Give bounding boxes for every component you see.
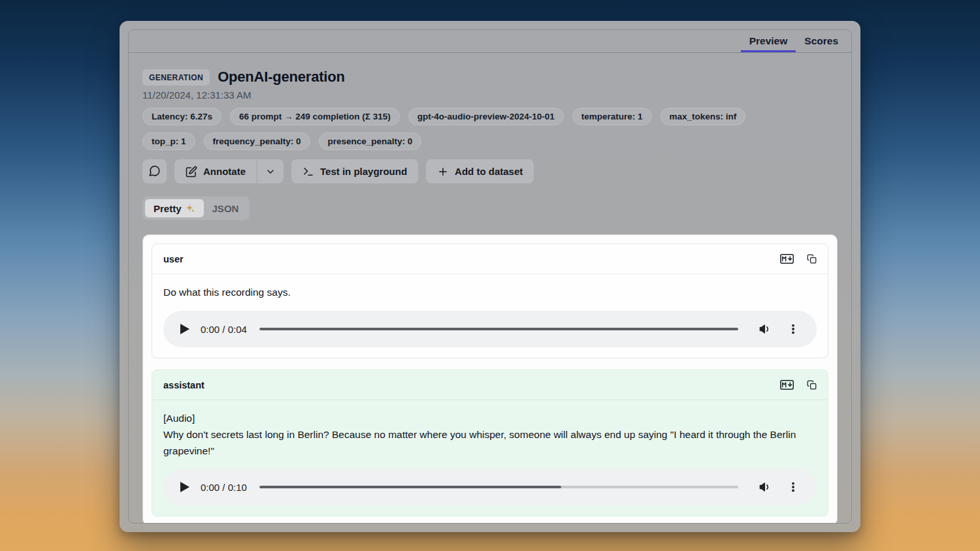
message-header-actions xyxy=(780,380,817,390)
model-badge[interactable]: gpt-4o-audio-preview-2024-10-01 xyxy=(408,108,564,125)
annotate-dropdown-button[interactable] xyxy=(257,159,284,183)
copy-icon xyxy=(807,380,817,390)
annotate-split-button: Annotate xyxy=(174,159,284,183)
volume-button[interactable] xyxy=(759,323,772,336)
page-title: OpenAI-generation xyxy=(218,69,345,86)
plus-icon xyxy=(437,166,449,178)
copy-icon xyxy=(807,254,817,264)
tabs-bar: Preview Scores xyxy=(129,30,851,53)
observation-peek-window: Preview Scores GENERATION OpenAI-generat… xyxy=(120,21,860,532)
kebab-menu-icon xyxy=(787,323,799,335)
audio-loaded-bar xyxy=(259,328,738,330)
audio-seek-bar[interactable] xyxy=(259,328,738,330)
test-in-playground-button[interactable]: Test in playground xyxy=(291,159,418,183)
speaker-icon xyxy=(759,480,772,494)
speech-bubble-icon xyxy=(148,165,161,178)
audio-menu-button[interactable] xyxy=(787,323,799,335)
play-icon xyxy=(180,482,189,492)
test-in-playground-label: Test in playground xyxy=(320,166,407,177)
temperature-badge[interactable]: temperature: 1 xyxy=(572,108,652,125)
toggle-json[interactable]: JSON xyxy=(204,199,248,217)
presence-penalty-badge[interactable]: presence_penalty: 0 xyxy=(319,133,422,150)
copy-button[interactable] xyxy=(807,380,817,390)
tab-scores[interactable]: Scores xyxy=(796,30,847,52)
sparkles-icon xyxy=(186,204,195,213)
detail-panel: Preview Scores GENERATION OpenAI-generat… xyxy=(128,29,852,524)
pretty-json-toggle: Pretty JSON xyxy=(142,197,250,220)
metadata-badges-row-2: top_p: 1 frequency_penalty: 0 presence_p… xyxy=(142,133,838,150)
token-usage-badge[interactable]: 66 prompt → 249 completion (Σ 315) xyxy=(230,108,400,125)
top-p-badge[interactable]: top_p: 1 xyxy=(142,133,195,150)
assistant-message-header: assistant xyxy=(152,370,828,400)
play-icon xyxy=(180,324,189,334)
play-button[interactable] xyxy=(180,482,189,492)
add-to-dataset-label: Add to dataset xyxy=(455,166,523,177)
audio-player: 0:00 / 0:04 xyxy=(163,311,817,347)
toggle-pretty[interactable]: Pretty xyxy=(145,199,204,217)
terminal-icon xyxy=(302,166,314,178)
markdown-icon xyxy=(780,254,794,264)
user-message-header: user xyxy=(152,244,828,274)
tab-preview-label: Preview xyxy=(749,35,788,47)
audio-time-display: 0:00 / 0:04 xyxy=(201,324,247,335)
assistant-message-card: assistant xyxy=(152,370,828,516)
frequency-penalty-badge[interactable]: frequency_penalty: 0 xyxy=(204,133,310,150)
message-header-actions xyxy=(780,254,817,264)
speaker-icon xyxy=(759,323,772,336)
observation-content: GENERATION OpenAI-generation 11/20/2024,… xyxy=(129,69,851,524)
metadata-badges-row-1: Latency: 6.27s 66 prompt → 249 completio… xyxy=(142,108,838,125)
play-button[interactable] xyxy=(180,324,189,334)
tab-preview[interactable]: Preview xyxy=(741,30,796,52)
markdown-toggle-button[interactable] xyxy=(780,254,794,264)
view-toggle-row: Pretty JSON xyxy=(142,197,838,220)
markdown-icon xyxy=(780,380,794,390)
actions-row: Annotate Test in playground xyxy=(142,159,838,183)
pretty-label: Pretty xyxy=(154,203,182,214)
max-tokens-badge[interactable]: max_tokens: inf xyxy=(661,108,746,125)
chevron-down-icon xyxy=(265,166,276,177)
user-message-card: user xyxy=(152,244,828,358)
role-label: user xyxy=(163,254,184,264)
tab-scores-label: Scores xyxy=(804,35,838,47)
audio-seek-bar[interactable] xyxy=(259,486,738,488)
comment-button[interactable] xyxy=(142,159,167,183)
pencil-square-icon xyxy=(186,166,197,178)
role-label: assistant xyxy=(163,380,204,390)
audio-loaded-bar xyxy=(259,486,561,488)
user-message-body: Do what this recording says. 0:00 / 0:04 xyxy=(152,274,828,358)
markdown-toggle-button[interactable] xyxy=(780,380,794,390)
add-to-dataset-button[interactable]: Add to dataset xyxy=(426,159,534,183)
assistant-message-body: [Audio] Why don't secrets last long in B… xyxy=(152,400,828,516)
audio-menu-button[interactable] xyxy=(787,481,799,493)
timestamp: 11/20/2024, 12:31:33 AM xyxy=(142,89,838,101)
copy-button[interactable] xyxy=(807,254,817,264)
annotate-button[interactable]: Annotate xyxy=(174,159,257,183)
audio-time-display: 0:00 / 0:10 xyxy=(201,482,247,493)
json-label: JSON xyxy=(212,203,239,214)
annotate-label: Annotate xyxy=(203,166,246,177)
title-row: GENERATION OpenAI-generation xyxy=(142,69,838,86)
audio-tag: [Audio] xyxy=(163,410,817,426)
kebab-menu-icon xyxy=(787,481,799,493)
desktop-background: { "tabs": { "preview": "Preview", "score… xyxy=(0,0,980,551)
assistant-message-text: Why don't secrets last long in Berlin? B… xyxy=(163,426,817,459)
observation-type-badge: GENERATION xyxy=(142,69,210,86)
audio-player: 0:00 / 0:10 xyxy=(163,469,817,505)
active-tab-underline xyxy=(741,50,796,52)
user-message-text: Do what this recording says. xyxy=(163,284,817,300)
volume-button[interactable] xyxy=(759,480,772,494)
latency-badge[interactable]: Latency: 6.27s xyxy=(142,108,221,125)
messages-container: user xyxy=(142,234,838,524)
